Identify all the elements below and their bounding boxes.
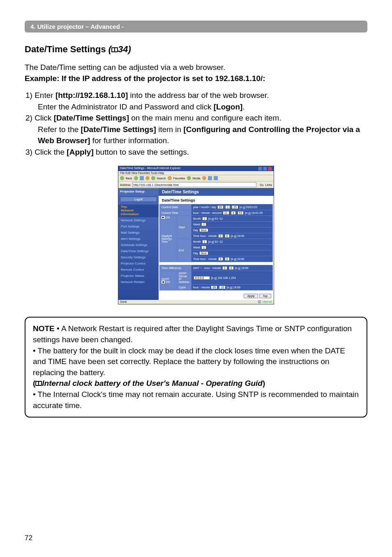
sidebar-item-security-settings[interactable]: Security Settings <box>118 254 159 260</box>
back-label[interactable]: Back <box>126 177 132 180</box>
svg-rect-1 <box>112 48 114 51</box>
timediff-row[interactable]: GMT + : hour : minute 0:0 [e.g] 18:06 <box>191 265 272 271</box>
timediff-label: Time difference <box>160 265 191 271</box>
book-icon <box>35 381 42 386</box>
minute-input[interactable]: 4 <box>231 211 236 215</box>
dst-start-day[interactable]: Day Mon <box>191 227 272 233</box>
sidebar-item-port-settings[interactable]: Port Settings <box>118 223 159 230</box>
sidebar-item-datetime-settings[interactable]: Date/Time Settings <box>118 248 159 254</box>
dst-end-month-v[interactable]: 1 <box>202 240 207 244</box>
dst-end-time-h[interactable]: 0 <box>218 257 223 261</box>
note-l1: • A Network Restart is required after th… <box>33 324 352 344</box>
day-input[interactable]: 25 <box>232 205 238 209</box>
dst-end-day-l: Day <box>193 252 198 255</box>
sidebar-item-mail-settings[interactable]: Mail Settings <box>118 230 159 236</box>
media-icon[interactable] <box>187 176 191 180</box>
go-label[interactable]: Go <box>260 183 263 186</box>
favorites-label[interactable]: Favorites <box>173 177 185 180</box>
links-label[interactable]: Links <box>265 183 272 186</box>
hour-input[interactable]: 21 <box>223 211 229 215</box>
dst-end-time-m[interactable]: 0 <box>225 257 230 261</box>
step1b-post: . <box>242 102 244 111</box>
sntp-cycle-hm: hour : minute <box>193 286 210 289</box>
sntp-ip-input[interactable]: 0.0.0.0 <box>194 276 210 280</box>
stop-icon[interactable] <box>140 176 144 180</box>
dst-start-week[interactable]: Week 1 <box>191 222 272 227</box>
dst-on-checkbox[interactable]: ■ <box>161 216 165 219</box>
sntp-cycle-m[interactable]: 10 <box>219 285 226 289</box>
ss-main: Date/Time Settings Date/Time Settings Cu… <box>159 188 274 300</box>
maximize-icon[interactable] <box>263 167 267 171</box>
svg-rect-4 <box>36 382 38 385</box>
search-label[interactable]: Search <box>157 177 166 180</box>
close-icon[interactable] <box>268 167 272 171</box>
back-icon[interactable] <box>120 176 124 180</box>
print-icon[interactable] <box>214 176 218 180</box>
apply-button[interactable]: Apply <box>244 294 258 298</box>
mail-icon[interactable] <box>208 176 212 180</box>
sntp-cycle-row[interactable]: hour : minute 00:10 [e.g] 18:06 <box>191 285 272 290</box>
month-input[interactable]: 1 <box>225 205 230 209</box>
step1b-pre: Enter the Administrator ID and Password … <box>38 102 214 111</box>
address-label: Address <box>120 183 131 186</box>
dst-end-time[interactable]: Time hour : minute 0:0 [e.g] 18:06 <box>191 256 272 262</box>
sidebar-item-projector-control[interactable]: Projector Control <box>118 260 159 267</box>
minimize-icon[interactable] <box>258 167 262 171</box>
ref-close: ) <box>128 44 131 54</box>
note-l2: • The battery for the built in clock may… <box>33 346 359 378</box>
second-input[interactable]: 53 <box>238 211 244 215</box>
sidebar-item-network-settings[interactable]: Network Settings <box>118 217 159 223</box>
media-label[interactable]: Media <box>193 177 201 180</box>
forward-icon[interactable] <box>134 176 138 180</box>
intro-line2: Example: If the IP address of the projec… <box>25 73 367 84</box>
note-l3: • The Internal Clock's time may not rema… <box>33 389 359 411</box>
current-date-hint: year / month / day <box>193 206 216 209</box>
logoff-button[interactable]: Logoff <box>120 197 157 202</box>
current-time-row[interactable]: hour : minute : second 21:4:53 [e.g] 18:… <box>191 210 272 216</box>
svg-rect-5 <box>39 382 41 385</box>
history-icon[interactable] <box>202 176 206 180</box>
embedded-screenshot: Date/Time Settings - Microsoft Internet … <box>118 166 274 304</box>
sidebar-item-remote-control[interactable]: Remote Control <box>118 267 159 273</box>
step3-pre: Click the <box>32 148 67 156</box>
dst-end-month[interactable]: Month 1 [e.g] 01~12 <box>191 239 272 245</box>
current-date-row[interactable]: year / month / day 05/1/25 [e.g] 05/01/2… <box>191 204 272 210</box>
sntp-cycle-h[interactable]: 00 <box>211 285 217 289</box>
dst-end-label: End <box>177 239 191 262</box>
year-input[interactable]: 05 <box>217 205 224 209</box>
step1-url: [http://192.168.1.10] <box>55 91 128 100</box>
ss-menubar[interactable]: File Edit View Favorites Tools Help <box>118 171 274 175</box>
dst-end-day-v[interactable]: Mon <box>199 251 208 255</box>
top-button[interactable]: Top <box>259 294 271 298</box>
step2-item: [Date/Time Settings] <box>54 114 129 122</box>
ref-open: ( <box>108 44 111 54</box>
favorites-icon[interactable] <box>168 176 172 180</box>
dst-end-day[interactable]: Day Mon <box>191 251 272 256</box>
dst-start-day-v[interactable]: Mon <box>199 228 208 232</box>
dst-start-week-v[interactable]: 1 <box>201 223 206 226</box>
dst-end-week[interactable]: Week 1 <box>191 245 272 251</box>
sntp-on-checkbox[interactable]: ■ <box>161 281 165 283</box>
dst-start-month[interactable]: Month 1 [e.g] 01~12 <box>191 216 272 222</box>
ss-top-section[interactable]: Top: Network Information <box>118 204 159 217</box>
address-input[interactable] <box>132 182 257 187</box>
note-ref-close: ) <box>263 379 265 388</box>
dst-end-week-v[interactable]: 1 <box>201 246 206 249</box>
sntp-ip-row[interactable]: 0.0.0.0 [e.g] 192.168.1.254 <box>191 271 272 285</box>
sidebar-item-schedule-settings[interactable]: Schedule Settings <box>118 242 159 248</box>
ss-brand: Projector Setup <box>118 188 159 194</box>
sidebar-item-projector-status[interactable]: Projector Status <box>118 273 159 279</box>
home-icon[interactable] <box>151 176 155 180</box>
refresh-icon[interactable] <box>145 176 150 180</box>
dst-start-time-h[interactable]: 0 <box>218 234 223 238</box>
timediff-m[interactable]: 0 <box>229 266 234 270</box>
sidebar-item-alert-settings[interactable]: Alert Settings <box>118 236 159 242</box>
ss-window-controls[interactable] <box>258 167 272 171</box>
dst-start-time-m[interactable]: 0 <box>225 234 230 238</box>
dst-start-time[interactable]: Time hour : minute 0:0 [e.g] 18:06 <box>191 233 272 239</box>
sidebar-item-network-restart[interactable]: Network Restart <box>118 279 159 285</box>
dst-start-month-v[interactable]: 1 <box>202 217 207 220</box>
timediff-h[interactable]: 0 <box>222 266 227 270</box>
ss-toolbar[interactable]: Back Search Favorites Media <box>118 175 274 181</box>
gmt-sign[interactable]: + : <box>200 267 203 269</box>
